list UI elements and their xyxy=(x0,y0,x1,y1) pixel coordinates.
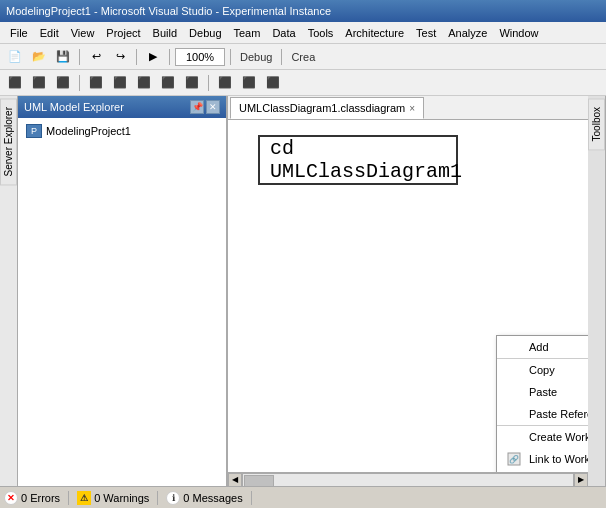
start-btn[interactable]: ▶ xyxy=(142,47,164,67)
ctx-paste-ref-label: Paste Reference xyxy=(529,408,588,420)
tb2-btn7[interactable]: ⬛ xyxy=(157,73,179,93)
diagram-label: cd UMLClassDiagram1 xyxy=(270,137,462,183)
svg-text:🔗: 🔗 xyxy=(509,454,519,464)
ctx-paste-ref[interactable]: Paste Reference xyxy=(497,403,588,426)
sep-1 xyxy=(79,49,80,65)
title-text: ModelingProject1 - Microsoft Visual Stud… xyxy=(6,5,331,17)
tb2-btn10[interactable]: ⬛ xyxy=(238,73,260,93)
ctx-copy-icon xyxy=(505,362,523,378)
menu-file[interactable]: File xyxy=(4,25,34,41)
message-icon: ℹ xyxy=(166,491,180,505)
tree-area: P ModelingProject1 xyxy=(18,118,226,486)
diagram-area[interactable]: cd UMLClassDiagram1 Add ▶ Copy Ctrl+C xyxy=(228,120,588,472)
menu-team[interactable]: Team xyxy=(228,25,267,41)
tb2-btn3[interactable]: ⬛ xyxy=(52,73,74,93)
ctx-paste-icon xyxy=(505,384,523,400)
tb2-btn5[interactable]: ⬛ xyxy=(109,73,131,93)
messages-label: 0 Messages xyxy=(183,492,242,504)
toolbar-1: 📄 📂 💾 ↩ ↪ ▶ Debug Crea xyxy=(0,44,606,70)
scroll-thumb[interactable] xyxy=(244,475,274,487)
panel-buttons: 📌 ✕ xyxy=(190,100,220,114)
zoom-input[interactable] xyxy=(175,48,225,66)
menu-edit[interactable]: Edit xyxy=(34,25,65,41)
sep-6 xyxy=(79,75,80,91)
server-explorer-label[interactable]: Server Explorer xyxy=(0,98,17,185)
h-scrollbar[interactable]: ◀ ▶ xyxy=(228,472,588,486)
diagram-tab[interactable]: UMLClassDiagram1.classdiagram × xyxy=(230,97,424,119)
menu-project[interactable]: Project xyxy=(100,25,146,41)
ctx-paste[interactable]: Paste Ctrl+V xyxy=(497,381,588,403)
diagram-tab-label: UMLClassDiagram1.classdiagram xyxy=(239,102,405,114)
tree-item-project[interactable]: P ModelingProject1 xyxy=(22,122,222,140)
panel-pin-btn[interactable]: 📌 xyxy=(190,100,204,114)
undo-btn[interactable]: ↩ xyxy=(85,47,107,67)
server-explorer-tab[interactable]: Server Explorer xyxy=(0,96,18,486)
ctx-link-work-icon: 🔗 xyxy=(505,451,523,467)
ctx-copy-label: Copy xyxy=(529,364,555,376)
tb2-btn6[interactable]: ⬛ xyxy=(133,73,155,93)
explorer-panel: UML Model Explorer 📌 ✕ P ModelingProject… xyxy=(18,96,228,486)
ctx-paste-label: Paste xyxy=(529,386,557,398)
tab-bar: UMLClassDiagram1.classdiagram × xyxy=(228,96,588,120)
sep-3 xyxy=(169,49,170,65)
warning-icon: ⚠ xyxy=(77,491,91,505)
menu-architecture[interactable]: Architecture xyxy=(339,25,410,41)
toolbox-label[interactable]: Toolbox xyxy=(588,98,605,150)
tb2-btn4[interactable]: ⬛ xyxy=(85,73,107,93)
new-project-btn[interactable]: 📄 xyxy=(4,47,26,67)
ctx-copy[interactable]: Copy Ctrl+C xyxy=(497,359,588,381)
menu-window[interactable]: Window xyxy=(493,25,544,41)
ctx-add[interactable]: Add ▶ xyxy=(497,336,588,359)
tb2-btn11[interactable]: ⬛ xyxy=(262,73,284,93)
ctx-create-work-icon xyxy=(505,429,523,445)
scroll-right-btn[interactable]: ▶ xyxy=(574,473,588,487)
errors-label: 0 Errors xyxy=(21,492,60,504)
sep-5 xyxy=(281,49,282,65)
toolbox-tab[interactable]: Toolbox xyxy=(588,96,606,486)
menu-view[interactable]: View xyxy=(65,25,101,41)
errors-status[interactable]: ✕ 0 Errors xyxy=(4,491,69,505)
tb2-btn1[interactable]: ⬛ xyxy=(4,73,26,93)
menu-analyze[interactable]: Analyze xyxy=(442,25,493,41)
project-icon: P xyxy=(26,124,42,138)
ctx-add-icon xyxy=(505,339,523,355)
menu-test[interactable]: Test xyxy=(410,25,442,41)
menu-debug[interactable]: Debug xyxy=(183,25,227,41)
debug-label: Debug xyxy=(236,51,276,63)
project-label: ModelingProject1 xyxy=(46,125,131,137)
redo-btn[interactable]: ↪ xyxy=(109,47,131,67)
menu-build[interactable]: Build xyxy=(147,25,183,41)
menu-data[interactable]: Data xyxy=(266,25,301,41)
ctx-link-work-label: Link to Work Item... xyxy=(529,453,588,465)
context-menu: Add ▶ Copy Ctrl+C Paste Ctrl+V xyxy=(496,335,588,472)
content-area: UMLClassDiagram1.classdiagram × cd UMLCl… xyxy=(228,96,588,486)
panel-close-btn[interactable]: ✕ xyxy=(206,100,220,114)
tb2-btn2[interactable]: ⬛ xyxy=(28,73,50,93)
messages-status[interactable]: ℹ 0 Messages xyxy=(166,491,251,505)
menu-tools[interactable]: Tools xyxy=(302,25,340,41)
panel-title-bar: UML Model Explorer 📌 ✕ xyxy=(18,96,226,118)
ctx-link-work[interactable]: 🔗 Link to Work Item... xyxy=(497,448,588,470)
panel-title: UML Model Explorer xyxy=(24,101,124,113)
error-icon: ✕ xyxy=(4,491,18,505)
warnings-status[interactable]: ⚠ 0 Warnings xyxy=(77,491,158,505)
sep-7 xyxy=(208,75,209,91)
tb2-btn8[interactable]: ⬛ xyxy=(181,73,203,93)
sep-4 xyxy=(230,49,231,65)
tab-close-btn[interactable]: × xyxy=(409,103,415,114)
ctx-create-work-label: Create Work Item xyxy=(529,431,588,443)
status-bar: ✕ 0 Errors ⚠ 0 Warnings ℹ 0 Messages xyxy=(0,486,606,508)
tb2-btn9[interactable]: ⬛ xyxy=(214,73,236,93)
menu-bar: File Edit View Project Build Debug Team … xyxy=(0,22,606,44)
save-btn[interactable]: 💾 xyxy=(52,47,74,67)
warnings-label: 0 Warnings xyxy=(94,492,149,504)
toolbar-2: ⬛ ⬛ ⬛ ⬛ ⬛ ⬛ ⬛ ⬛ ⬛ ⬛ ⬛ xyxy=(0,70,606,96)
create-label: Crea xyxy=(287,51,319,63)
ctx-paste-ref-icon xyxy=(505,406,523,422)
ctx-create-work-item[interactable]: Create Work Item ▶ xyxy=(497,426,588,448)
scroll-track[interactable] xyxy=(242,473,574,487)
main-area: Server Explorer UML Model Explorer 📌 ✕ P… xyxy=(0,96,606,486)
diagram-box: cd UMLClassDiagram1 xyxy=(258,135,458,185)
open-btn[interactable]: 📂 xyxy=(28,47,50,67)
scroll-left-btn[interactable]: ◀ xyxy=(228,473,242,487)
